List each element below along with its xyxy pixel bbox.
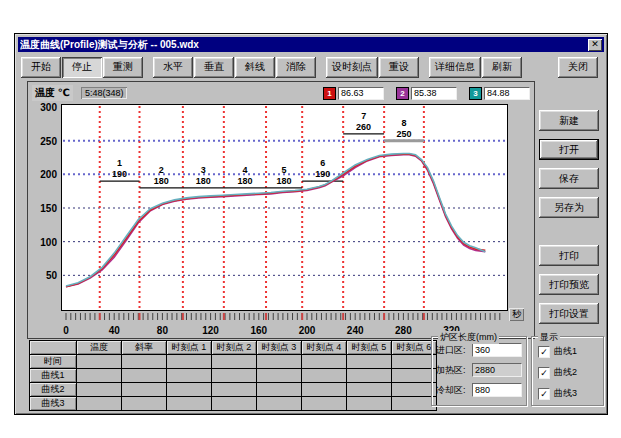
column-header: 时刻点 6 <box>392 341 437 355</box>
table-cell <box>77 397 122 411</box>
stop-button[interactable]: 停止 <box>62 57 102 78</box>
print-button[interactable]: 打印 <box>539 245 599 266</box>
plot-background <box>62 105 508 311</box>
zone-setpoint-label: 260 <box>356 122 371 132</box>
retest-button[interactable]: 重测 <box>103 57 143 78</box>
table-cell <box>167 383 212 397</box>
zone-number-label: 1 <box>117 158 122 168</box>
toolbar-group-1: 水平垂直斜线消除 <box>153 57 317 78</box>
zone-setpoint-label: 180 <box>196 176 211 186</box>
column-header: 时刻点 1 <box>167 341 212 355</box>
inlet-zone-field[interactable]: 360 <box>472 343 522 357</box>
details-button[interactable]: 详细信息 <box>429 57 481 78</box>
elapsed-time-display: 5:48(348) <box>81 87 128 99</box>
table-cell <box>392 355 437 369</box>
set-time-points-button[interactable]: 设时刻点 <box>326 57 378 78</box>
table-cell <box>257 397 302 411</box>
table-row: 曲线2 <box>30 383 437 397</box>
cooling-zone-row: 冷却区:880 <box>436 383 522 397</box>
y-axis-labels: 30025020015010050 <box>28 104 59 310</box>
curve3-checkbox[interactable]: ✓ <box>538 388 550 400</box>
legend-series-1: 186.63 <box>323 87 384 100</box>
print-preview-button[interactable]: 打印预览 <box>539 274 599 295</box>
cooling-zone-label: 冷却区: <box>436 384 472 397</box>
y-axis-unit-label: 温度 ℃ <box>32 85 73 101</box>
table-cell <box>212 355 257 369</box>
y-tick-label: 200 <box>29 169 57 180</box>
save-button[interactable]: 保存 <box>539 168 599 189</box>
zone-setpoint-label: 190 <box>315 169 330 179</box>
table-cell <box>347 355 392 369</box>
table-cell <box>167 355 212 369</box>
table-cell <box>302 383 347 397</box>
zone-setpoint-label: 180 <box>237 176 252 186</box>
table-cell <box>392 397 437 411</box>
chart-plot-area: 11902180318041805180619072608250 <box>61 104 508 323</box>
table-cell <box>347 383 392 397</box>
series-2-readout: 85.38 <box>411 87 457 100</box>
series-3-color-chip: 3 <box>469 87 482 100</box>
right-panel-gap <box>539 226 601 245</box>
zone-number-label: 6 <box>320 158 325 168</box>
slant-line-button[interactable]: 斜线 <box>235 57 275 78</box>
cooling-zone-field[interactable]: 880 <box>472 383 522 397</box>
column-header: 斜率 <box>122 341 167 355</box>
horizontal-line-button[interactable]: 水平 <box>153 57 193 78</box>
zone-setpoint-label: 180 <box>154 176 169 186</box>
close-icon[interactable]: ✕ <box>588 39 602 51</box>
chart-header: 温度 ℃ 5:48(348) 186.63285.38384.88 <box>32 85 530 101</box>
new-button[interactable]: 新建 <box>539 110 599 131</box>
column-header: 时刻点 3 <box>257 341 302 355</box>
vertical-line-button[interactable]: 垂直 <box>194 57 234 78</box>
x-axis-unit-box: 秒 <box>509 308 524 321</box>
app-window: 温度曲线(Profile)测试与分析 -- 005.wdx ✕ 开始停止重测水平… <box>14 33 608 415</box>
series-3-readout: 84.88 <box>484 87 530 100</box>
table-cell <box>122 355 167 369</box>
refresh-button[interactable]: 刷新 <box>482 57 522 78</box>
table-cell <box>77 355 122 369</box>
column-header: 时刻点 2 <box>212 341 257 355</box>
zone-setpoint-label: 250 <box>396 129 411 139</box>
row-label: 曲线1 <box>30 369 77 383</box>
curve1-checkbox[interactable]: ✓ <box>538 346 550 358</box>
y-tick-label: 300 <box>29 102 57 113</box>
close-button[interactable]: 关闭 <box>558 57 598 78</box>
table-cell <box>257 369 302 383</box>
table-cell <box>302 397 347 411</box>
series-1-readout: 86.63 <box>338 87 384 100</box>
table-cell <box>122 383 167 397</box>
table-cell <box>347 369 392 383</box>
erase-button[interactable]: 消除 <box>276 57 316 78</box>
row-label: 时间 <box>30 355 77 369</box>
column-header: 时刻点 4 <box>302 341 347 355</box>
table-cell <box>257 383 302 397</box>
chart-panel: 温度 ℃ 5:48(348) 186.63285.38384.88 300250… <box>27 81 535 339</box>
table-cell <box>77 369 122 383</box>
table-cell <box>122 369 167 383</box>
open-button[interactable]: 打开 <box>539 139 599 160</box>
start-button[interactable]: 开始 <box>21 57 61 78</box>
heating-zone-field[interactable]: 2880 <box>472 363 522 377</box>
print-setup-button[interactable]: 打印设置 <box>539 303 599 324</box>
file-actions-panel: 新建打开保存另存为打印打印预览打印设置 <box>539 110 601 332</box>
table-cell <box>167 369 212 383</box>
curve2-checkbox[interactable]: ✓ <box>538 367 550 379</box>
reset-button[interactable]: 重设 <box>379 57 419 78</box>
toolbar-group-3: 详细信息刷新 <box>429 57 523 78</box>
y-tick-label: 50 <box>29 270 57 281</box>
save-as-button[interactable]: 另存为 <box>539 197 599 218</box>
heating-zone-label: 加热区: <box>436 364 472 377</box>
curve1-check-row: ✓曲线1 <box>538 345 599 358</box>
title-bar: 温度曲线(Profile)测试与分析 -- 005.wdx ✕ <box>18 37 604 52</box>
legend-series-2: 285.38 <box>396 87 457 100</box>
zone-number-label: 4 <box>242 165 247 175</box>
table-cell <box>392 383 437 397</box>
table-cell <box>122 397 167 411</box>
table-cell <box>212 397 257 411</box>
table-row: 曲线1 <box>30 369 437 383</box>
toolbar-group-0: 开始停止重测 <box>21 57 144 78</box>
curve3-checkbox-label: 曲线3 <box>554 387 577 400</box>
table-header-row: 温度斜率时刻点 1时刻点 2时刻点 3时刻点 4时刻点 5时刻点 6 <box>30 341 437 355</box>
zone-number-label: 5 <box>282 165 287 175</box>
series-2-color-chip: 2 <box>396 87 409 100</box>
